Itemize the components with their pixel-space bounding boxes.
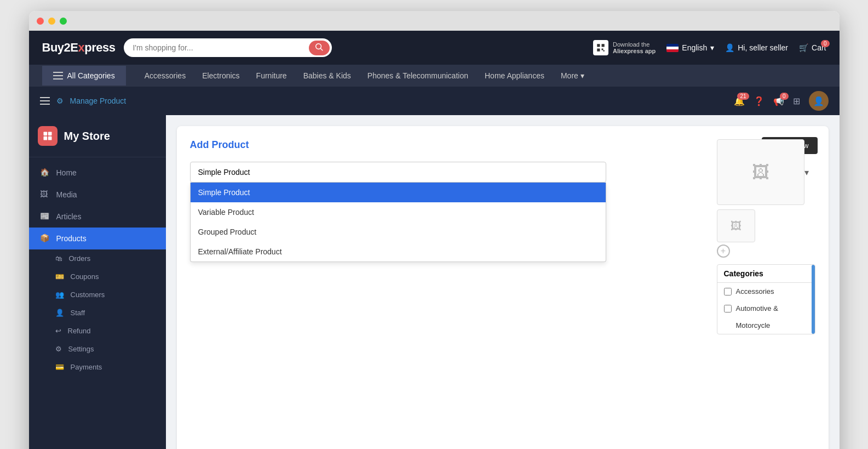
product-type-select[interactable]: Simple Product Variable Product Grouped … bbox=[190, 162, 606, 183]
store-icon bbox=[38, 126, 58, 146]
nav-link-accessories[interactable]: Accessories bbox=[137, 65, 193, 87]
search-button[interactable] bbox=[309, 41, 330, 55]
minimize-button[interactable] bbox=[48, 18, 55, 25]
articles-icon: 📰 bbox=[40, 212, 50, 221]
download-app[interactable]: Download the Aliexpress app bbox=[593, 40, 656, 55]
sidebar-products-label: Products bbox=[56, 234, 87, 243]
search-icon bbox=[315, 43, 323, 51]
svg-rect-6 bbox=[48, 132, 51, 136]
close-button[interactable] bbox=[37, 18, 44, 25]
sidebar-item-media[interactable]: 🖼 Media bbox=[29, 184, 166, 206]
sidebar-payments-label: Payments bbox=[71, 363, 102, 371]
home-icon: 🏠 bbox=[40, 168, 50, 178]
cart-info[interactable]: 🛒 0 Cart bbox=[799, 43, 826, 52]
sidebar-customers-label: Customers bbox=[71, 291, 105, 299]
brand-logo: Buy2Express bbox=[42, 41, 116, 55]
dropdown-option-simple[interactable]: Simple Product bbox=[191, 183, 606, 202]
category-label-motorcycle: Motorcycle bbox=[736, 321, 771, 329]
dropdown-option-variable[interactable]: Variable Product bbox=[191, 202, 606, 222]
sidebar-item-orders[interactable]: 🛍 Orders bbox=[29, 249, 166, 268]
sidebar-menu: 🏠 Home 🖼 Media 📰 Articles 📦 Products bbox=[29, 157, 166, 380]
megaphone-icon[interactable]: 📢 0 bbox=[773, 96, 784, 106]
hamburger-icon bbox=[53, 72, 63, 79]
nav-bar: All Categories Accessories Electronics F… bbox=[29, 65, 840, 87]
nav-link-babies[interactable]: Babies & Kids bbox=[296, 65, 359, 87]
sidebar-articles-label: Articles bbox=[56, 212, 82, 221]
dropdown-option-grouped[interactable]: Grouped Product bbox=[191, 222, 606, 242]
nav-link-furniture[interactable]: Furniture bbox=[249, 65, 295, 87]
categories-title: Categories bbox=[717, 265, 815, 283]
payments-icon: 💳 bbox=[55, 363, 64, 371]
nav-link-phones[interactable]: Phones & Telecommunication bbox=[360, 65, 476, 87]
admin-hamburger-icon[interactable] bbox=[40, 97, 50, 105]
category-label-accessories: Accessories bbox=[736, 287, 774, 295]
main-content: Add Product ⊕ Add New Simple Product Var… bbox=[166, 115, 840, 449]
admin-header-left: ⚙ Manage Product bbox=[40, 96, 127, 105]
nav-links: Accessories Electronics Furniture Babies… bbox=[126, 65, 592, 87]
sidebar-home-label: Home bbox=[56, 168, 77, 177]
category-label-automotive: Automotive & bbox=[736, 304, 778, 312]
small-image-icon-1: 🖼 bbox=[731, 220, 741, 232]
right-panel: 🖼 🖼 + Categories Accessories bbox=[717, 139, 815, 334]
small-image-row: 🖼 bbox=[717, 209, 815, 242]
admin-avatar[interactable]: 👤 bbox=[809, 91, 829, 111]
svg-rect-7 bbox=[43, 137, 47, 140]
cart-icon: 🛒 bbox=[799, 43, 808, 52]
sidebar-staff-label: Staff bbox=[71, 309, 85, 317]
sidebar-item-staff[interactable]: 👤 Staff bbox=[29, 304, 166, 322]
search-input[interactable] bbox=[124, 38, 332, 57]
svg-rect-4 bbox=[603, 50, 605, 52]
sidebar-item-settings[interactable]: ⚙ Settings bbox=[29, 340, 166, 358]
help-icon[interactable]: ❓ bbox=[754, 96, 764, 106]
svg-rect-0 bbox=[597, 44, 600, 47]
sidebar: My Store 🏠 Home 🖼 Media 📰 Articles bbox=[29, 115, 166, 449]
nav-link-more[interactable]: More ▾ bbox=[553, 65, 592, 87]
download-line1: Download the bbox=[613, 41, 656, 48]
sidebar-item-articles[interactable]: 📰 Articles bbox=[29, 206, 166, 228]
nav-link-appliances[interactable]: Home Appliances bbox=[477, 65, 552, 87]
more-chevron-icon: ▾ bbox=[580, 71, 584, 80]
dropdown-option-external[interactable]: External/Affiliate Product bbox=[191, 242, 606, 262]
sidebar-item-home[interactable]: 🏠 Home bbox=[29, 162, 166, 184]
media-icon: 🖼 bbox=[40, 190, 50, 200]
sidebar-item-customers[interactable]: 👥 Customers bbox=[29, 286, 166, 304]
language-label: English bbox=[682, 43, 707, 52]
window-titlebar bbox=[29, 11, 840, 31]
svg-rect-1 bbox=[602, 44, 605, 47]
cart-badge: 0 bbox=[821, 40, 830, 47]
lang-dropdown-arrow: ▾ bbox=[710, 43, 714, 52]
category-checkbox-accessories[interactable] bbox=[724, 288, 732, 295]
staff-icon: 👤 bbox=[55, 309, 64, 317]
sidebar-item-refund[interactable]: ↩ Refund bbox=[29, 322, 166, 340]
category-checkbox-automotive[interactable] bbox=[724, 305, 732, 312]
image-icon: 🖼 bbox=[752, 162, 769, 183]
sidebar-item-payments[interactable]: 💳 Payments bbox=[29, 358, 166, 376]
page-card: Add Product ⊕ Add New Simple Product Var… bbox=[177, 126, 829, 449]
category-item-automotive: Automotive & bbox=[717, 300, 815, 317]
svg-rect-5 bbox=[43, 132, 47, 136]
language-selector[interactable]: English ▾ bbox=[666, 43, 714, 52]
dashboard-icon[interactable]: ⊞ bbox=[793, 96, 800, 106]
user-icon: 👤 bbox=[725, 43, 734, 52]
user-info[interactable]: 👤 Hi, seller seller bbox=[725, 43, 788, 52]
sidebar-orders-label: Orders bbox=[69, 254, 91, 263]
notification-badge: 21 bbox=[737, 93, 749, 100]
customers-icon: 👥 bbox=[55, 291, 64, 299]
all-categories-button[interactable]: All Categories bbox=[42, 66, 126, 86]
maximize-button[interactable] bbox=[60, 18, 67, 25]
sidebar-item-products[interactable]: 📦 Products bbox=[29, 228, 166, 249]
categories-scrollbar[interactable] bbox=[812, 265, 815, 334]
refund-icon: ↩ bbox=[55, 327, 61, 335]
sidebar-refund-label: Refund bbox=[68, 327, 91, 335]
promo-badge: 0 bbox=[780, 93, 789, 100]
search-bar bbox=[124, 38, 332, 57]
category-item-motorcycle: Motorcycle bbox=[717, 317, 815, 334]
small-image-1: 🖼 bbox=[717, 209, 755, 242]
notification-bell[interactable]: 🔔 21 bbox=[734, 96, 745, 106]
nav-link-electronics[interactable]: Electronics bbox=[194, 65, 247, 87]
manage-product-label[interactable]: Manage Product bbox=[70, 96, 127, 105]
main-image-placeholder: 🖼 bbox=[717, 139, 804, 205]
download-line2: Aliexpress app bbox=[613, 48, 656, 54]
add-image-button[interactable]: + bbox=[717, 245, 730, 258]
sidebar-item-coupons[interactable]: 🎫 Coupons bbox=[29, 268, 166, 286]
